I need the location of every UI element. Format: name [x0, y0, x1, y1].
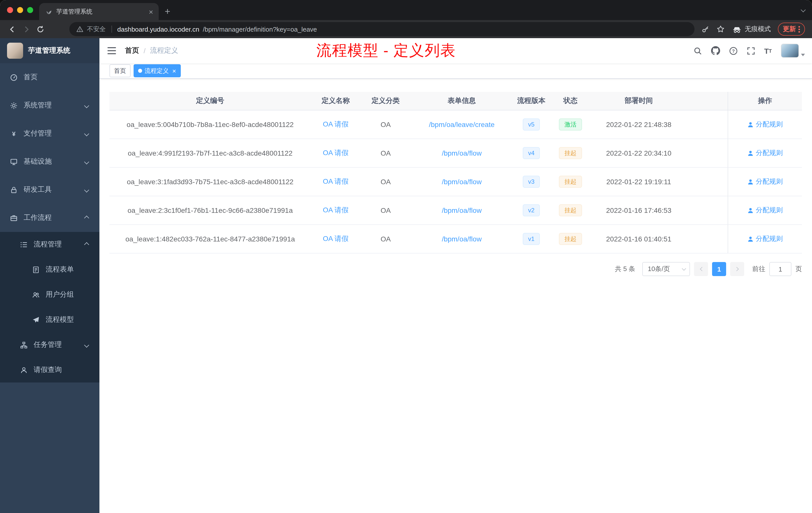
sidebar-item-user-group[interactable]: 用户分组: [0, 282, 99, 307]
password-key-icon[interactable]: [701, 25, 709, 33]
assign-rule-link[interactable]: 分配规则: [747, 120, 783, 129]
incognito-label: 无痕模式: [745, 25, 771, 34]
page-size-select[interactable]: 10条/页: [642, 262, 690, 276]
definition-name-link[interactable]: OA 请假: [323, 177, 349, 185]
definition-name-link[interactable]: OA 请假: [323, 120, 349, 128]
next-page-button[interactable]: [730, 262, 744, 276]
svg-text:?: ?: [732, 49, 735, 54]
tag-process-definition[interactable]: 流程定义 ×: [134, 64, 180, 77]
column-status: 状态: [550, 96, 591, 105]
sidebar-item-devtools[interactable]: 研发工具: [0, 176, 99, 204]
bookmark-star-icon[interactable]: [717, 25, 725, 33]
definition-name-link[interactable]: OA 请假: [323, 149, 349, 157]
form-link[interactable]: /bpm/oa/flow: [442, 235, 482, 243]
forward-button[interactable]: [19, 22, 33, 36]
font-size-icon[interactable]: TT: [764, 47, 772, 55]
security-label[interactable]: 不安全: [87, 25, 106, 33]
definition-name-link[interactable]: OA 请假: [323, 206, 349, 214]
sidebar-item-label: 研发工具: [24, 185, 79, 194]
form-link[interactable]: /bpm/oa/flow: [442, 178, 482, 186]
address-bar[interactable]: 不安全 dashboard.yudao.iocoder.cn/bpm/manag…: [69, 22, 695, 36]
avatar[interactable]: [781, 44, 799, 58]
gear-icon: [10, 102, 18, 109]
hamburger-icon[interactable]: [99, 47, 124, 54]
monitor-icon: [10, 158, 18, 165]
cell-version: v1: [513, 233, 550, 245]
close-tab-icon[interactable]: ×: [147, 8, 155, 15]
github-icon[interactable]: [711, 46, 720, 55]
chevron-down-icon: [84, 159, 89, 164]
sidebar-item-system[interactable]: 系统管理: [0, 91, 99, 119]
table-row: oa_leave:3:1fad3d93-7b75-11ec-a3c8-acde4…: [110, 168, 802, 196]
cell-category: OA: [360, 120, 411, 128]
definition-name-link[interactable]: OA 请假: [323, 234, 349, 242]
sidebar-item-workflow[interactable]: 工作流程: [0, 204, 99, 232]
chevron-right-icon: [734, 267, 739, 271]
prev-page-button[interactable]: [694, 262, 708, 276]
browser-window: 芋道管理系统 × + 不安全 dashboard.yudao.iocod: [0, 0, 812, 513]
sidebar-item-infrastructure[interactable]: 基础设施: [0, 148, 99, 176]
tab-search-icon[interactable]: [801, 7, 806, 12]
user-menu[interactable]: [781, 44, 805, 58]
form-link[interactable]: /bpm/oa/flow: [442, 149, 482, 157]
update-label: 更新: [783, 25, 796, 34]
column-actions: 操作: [728, 92, 802, 110]
form-link[interactable]: /bpm/oa/leave/create: [429, 120, 495, 128]
assign-rule-link[interactable]: 分配规则: [747, 149, 783, 158]
cell-deploy-time: 2022-01-22 19:19:11: [591, 178, 687, 186]
back-button[interactable]: [5, 22, 19, 36]
sidebar-item-task-management[interactable]: 任务管理: [0, 332, 99, 357]
sidebar-item-label: 任务管理: [34, 340, 79, 350]
minimize-window-button[interactable]: [17, 7, 23, 13]
search-icon[interactable]: [693, 47, 702, 55]
table-row: oa_leave:4:991f2193-7b7f-11ec-a3c8-acde4…: [110, 139, 802, 168]
dashboard-icon: [10, 73, 18, 81]
page-unit-label: 页: [795, 265, 802, 274]
sidebar-item-label: 工作流程: [24, 213, 79, 222]
page-content: 定义编号 定义名称 定义分类 表单信息 流程版本 状态 部署时间 操作 oa_l…: [99, 79, 812, 513]
browser-update-button[interactable]: 更新: [778, 23, 805, 36]
breadcrumb-current: 流程定义: [150, 46, 178, 55]
sidebar-item-label: 支付管理: [24, 129, 79, 138]
cell-definition-id: oa_leave:3:1fad3d93-7b75-11ec-a3c8-acde4…: [110, 178, 311, 186]
assign-rule-link[interactable]: 分配规则: [747, 206, 783, 215]
close-window-button[interactable]: [7, 7, 13, 13]
assign-rule-link[interactable]: 分配规则: [747, 234, 783, 243]
tag-home[interactable]: 首页: [110, 64, 130, 77]
cell-version: v3: [513, 176, 550, 188]
sidebar-item-home[interactable]: 首页: [0, 63, 99, 91]
yen-icon: ¥: [10, 130, 18, 137]
fullscreen-icon[interactable]: [747, 47, 755, 55]
zoom-window-button[interactable]: [27, 7, 33, 13]
assign-rule-label: 分配规则: [756, 234, 783, 243]
close-tag-icon[interactable]: ×: [171, 67, 176, 74]
sidebar-logo[interactable]: 芋道管理系统: [0, 38, 99, 63]
sidebar-item-process-model[interactable]: 流程模型: [0, 307, 99, 332]
reload-button[interactable]: [33, 22, 47, 36]
cell-actions: 分配规则: [728, 168, 802, 196]
new-tab-button[interactable]: +: [159, 6, 176, 20]
assign-rule-label: 分配规则: [756, 120, 783, 129]
sidebar-item-process-form[interactable]: 流程表单: [0, 257, 99, 282]
sidebar-item-payment[interactable]: ¥ 支付管理: [0, 119, 99, 148]
assign-rule-link[interactable]: 分配规则: [747, 177, 783, 186]
version-badge: v5: [522, 118, 540, 130]
browser-menu-icon[interactable]: [799, 26, 800, 32]
app-root: 芋道管理系统 首页: [0, 38, 812, 513]
browser-tab[interactable]: 芋道管理系统 ×: [39, 3, 159, 20]
form-link[interactable]: /bpm/oa/flow: [442, 206, 482, 214]
page-number-button[interactable]: 1: [712, 262, 726, 276]
page-size-value: 10条/页: [648, 265, 670, 274]
status-badge: 挂起: [559, 233, 582, 245]
sidebar-item-leave-query[interactable]: 请假查询: [0, 357, 99, 383]
sidebar-item-process-management[interactable]: 流程管理: [0, 232, 99, 257]
goto-page-input[interactable]: [769, 262, 791, 276]
breadcrumb-home[interactable]: 首页: [125, 46, 139, 55]
help-icon[interactable]: ?: [729, 47, 737, 55]
tag-label: 流程定义: [145, 66, 169, 75]
sidebar-item-label: 请假查询: [34, 365, 89, 374]
chevron-down-icon: [84, 187, 89, 192]
cell-version: v5: [513, 118, 550, 130]
cell-definition-name: OA 请假: [311, 234, 360, 243]
user-icon: [747, 150, 754, 156]
